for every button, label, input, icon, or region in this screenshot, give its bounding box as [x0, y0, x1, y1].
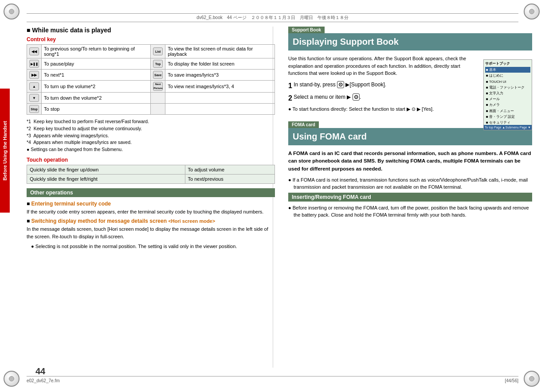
- support-book-intro: Use this function for unsure operations.…: [288, 55, 479, 77]
- key-icon-cell: Top: [151, 58, 165, 70]
- table-row: ◀◀ To previous song/To return to beginni…: [27, 45, 275, 58]
- table-row: ▶❚❚ To pause/play Top To display the fol…: [27, 58, 275, 70]
- support-book-label: Support Book: [288, 27, 325, 33]
- step-2-bullet: ● To start functions directly: Select th…: [288, 105, 479, 113]
- table-row: ▶▶ To next*1 Save To save images/lyrics*…: [27, 70, 275, 81]
- touch-result: To next/previous: [185, 174, 274, 183]
- switching-display-heading: ■ Switching display method for message d…: [27, 218, 275, 224]
- touch-table: Quickly slide the finger up/down To adju…: [27, 165, 275, 184]
- corner-decoration-tr: [524, 4, 541, 21]
- key-desc: To pause/play: [42, 58, 151, 70]
- key-desc: [165, 104, 275, 115]
- control-key-label: Control key: [27, 36, 275, 43]
- key-desc: To turn down the volume*2: [42, 93, 151, 104]
- foma-body: A FOMA card is an IC card that records p…: [288, 150, 532, 173]
- phone-bottom-bar: To top Page ▲ Submenu Page ▼: [484, 125, 532, 130]
- bottom-bar: e02_dv62_7e.fm [44/56]: [27, 376, 518, 383]
- side-tab: Before Using the Handset: [0, 89, 10, 213]
- key-desc: [165, 93, 275, 104]
- phone-bottom-right: Submenu Page ▼: [506, 126, 531, 129]
- phone-menu-item: ■ 画面・メニュー: [485, 108, 530, 114]
- phone-bottom-left: To top Page ▲: [485, 126, 505, 129]
- key-icon-cell: Next Picture: [151, 81, 165, 93]
- note-item: *1 Keep key touched to perform Fast reve…: [27, 118, 275, 125]
- table-row: Quickly slide the finger left/right To n…: [27, 174, 275, 183]
- key-desc: To view next images/lyrics*3, 4: [165, 81, 275, 93]
- step-num: 1: [288, 82, 292, 89]
- left-content: While music data is played Control key ◀…: [27, 27, 275, 368]
- key-symbol: ⊙: [337, 81, 344, 88]
- other-operations-box: Other operations: [27, 188, 275, 197]
- right-content: Support Book Displaying Support Book Use…: [288, 27, 532, 368]
- step-text: In stand-by, press ⊙ ▶[Support Book].: [294, 81, 386, 88]
- step-num: 2: [288, 94, 292, 102]
- note-item: *3 Appears while viewing images/lyrics.: [27, 132, 275, 140]
- entering-security-title: Entering terminal security code: [31, 201, 111, 207]
- phone-screen: サポートブック ■ 基本 ■ はじめに ■ TOUCH UI ■ 電話・ファッシ…: [484, 60, 532, 130]
- other-operations-label: Other operations: [30, 190, 73, 196]
- key-desc: To turn up the volume*2: [42, 81, 151, 93]
- inserting-label: Inserting/Removing FOMA card: [292, 194, 371, 200]
- key-desc: To next*1: [42, 70, 151, 81]
- support-book-section: Support Book Displaying Support Book Use…: [288, 27, 532, 113]
- switching-display-bullet: ● Selecting is not possible in the norma…: [27, 243, 275, 250]
- notes-section: *1 Keep key touched to perform Fast reve…: [27, 118, 275, 153]
- key-desc: To display the folder list screen: [165, 58, 275, 70]
- note-item: *2 Keep key touched to adjust the volume…: [27, 125, 275, 132]
- foma-card-section: FOMA card Using FOMA card A FOMA card is…: [288, 117, 532, 219]
- key-icon-cell: ▲: [27, 81, 42, 93]
- switching-display-suffix: <Hori screen mode>: [168, 218, 215, 224]
- phone-menu-item: ■ 音・ランプ 設定: [485, 114, 530, 120]
- touch-result: To adjust volume: [185, 165, 274, 174]
- key-desc: To previous song/To return to beginning …: [42, 45, 151, 58]
- bottom-right-text: [44/56]: [505, 378, 518, 383]
- note-item: *4 Appears when multiple images/lyrics a…: [27, 139, 275, 146]
- steps-section: 1 In stand-by, press ⊙ ▶[Support Book]. …: [288, 81, 479, 113]
- key-icon-cell: Save: [151, 70, 165, 81]
- page-outer: dv62_E.book 44 ページ ２００８年１１月３日 月曜日 午後８時１８…: [0, 0, 545, 392]
- control-table: ◀◀ To previous song/To return to beginni…: [27, 44, 275, 115]
- table-row: Quickly slide the finger up/down To adju…: [27, 165, 275, 174]
- corner-decoration-tl: [4, 4, 21, 21]
- key-desc: To stop: [42, 104, 151, 115]
- section-heading-music: While music data is played: [27, 27, 275, 34]
- table-row: ▼ To turn down the volume*2: [27, 93, 275, 104]
- side-tab-text: Before Using the Handset: [2, 121, 8, 180]
- inserting-bullet: ● Before inserting or removing the FOMA …: [288, 204, 532, 219]
- foma-title: Using FOMA card: [288, 128, 532, 145]
- entering-security-body: If the security code entry screen appear…: [27, 208, 275, 216]
- phone-screenshot: サポートブック ■ 基本 ■ はじめに ■ TOUCH UI ■ 電話・ファッシ…: [483, 59, 532, 130]
- bottom-left-text: e02_dv62_7e.fm: [27, 378, 60, 383]
- inserting-box: Inserting/Removing FOMA card: [288, 193, 532, 202]
- key-icon-cell: ◀◀: [27, 45, 42, 58]
- key-symbol: ⊙: [353, 93, 360, 101]
- phone-menu-item: ■ はじめに: [485, 73, 530, 78]
- foma-bullet: ● If a FOMA card is not inserted, transm…: [288, 176, 532, 191]
- support-book-content: Use this function for unsure operations.…: [288, 55, 532, 113]
- corner-decoration-br: [524, 371, 541, 388]
- foma-label: FOMA card: [288, 121, 319, 128]
- phone-menu-item: ■ TOUCH UI: [485, 79, 530, 85]
- touch-action: Quickly slide the finger up/down: [27, 165, 185, 174]
- key-icon-cell: ▼: [27, 93, 42, 104]
- phone-menu-item: ■ カメラ: [485, 102, 530, 108]
- table-row: Stop To stop: [27, 104, 275, 115]
- key-icon-cell: Stop: [27, 104, 42, 115]
- key-icon-cell: [151, 104, 165, 115]
- switching-display-title: Switching display method for message det…: [31, 218, 167, 224]
- top-bar: dv62_E.book 44 ページ ２００８年１１月３日 月曜日 午後８時１８…: [27, 13, 518, 22]
- switching-display-body: In the message details screen, touch [Ho…: [27, 225, 275, 240]
- note-item: ● Settings can be changed from the Subme…: [27, 146, 275, 153]
- phone-menu-item: ■ 基本: [485, 67, 530, 73]
- top-bar-text: dv62_E.book 44 ページ ２００８年１１月３日 月曜日 午後８時１８…: [196, 15, 348, 21]
- phone-menu-item: ■ 電話・ファッシトーク: [485, 85, 530, 90]
- touch-action: Quickly slide the finger left/right: [27, 174, 185, 183]
- step-2: 2 Select a menu or item ▶ ⊙.: [288, 93, 479, 104]
- phone-menu-item: ■ 文字入力: [485, 90, 530, 96]
- corner-decoration-bl: [4, 371, 21, 388]
- key-desc: To view the list screen of music data fo…: [165, 45, 275, 58]
- key-icon-cell: ▶▶: [27, 70, 42, 81]
- key-icon-cell: ▶❚❚: [27, 58, 42, 70]
- support-book-title: Displaying Support Book: [288, 33, 532, 50]
- table-row: ▲ To turn up the volume*2 Next Picture T…: [27, 81, 275, 93]
